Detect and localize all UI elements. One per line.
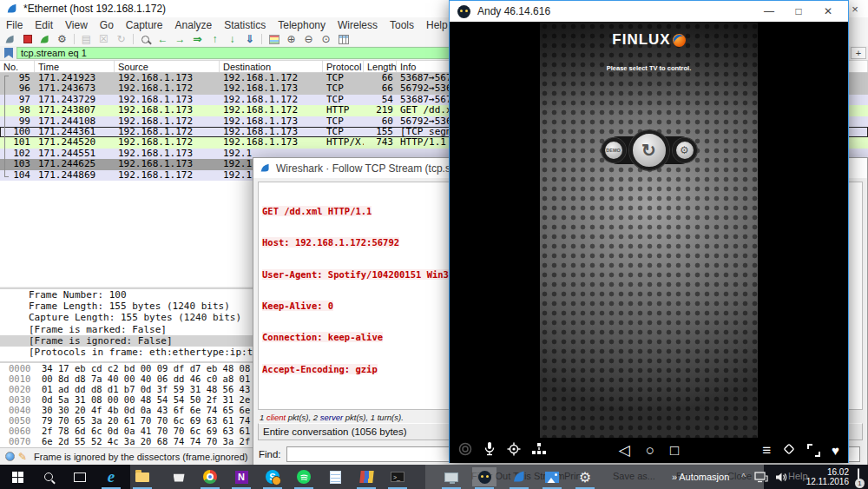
filter-add-button[interactable]: + [851, 47, 866, 59]
demo-button[interactable]: DEMO [602, 138, 626, 162]
folder-icon [135, 472, 149, 482]
taskbar-skype[interactable]: S [260, 467, 285, 486]
refresh-button[interactable]: ↻ [629, 130, 669, 170]
taskbar-terminal[interactable]: >_ [385, 467, 410, 486]
widgets-icon[interactable] [532, 443, 546, 459]
open-file-icon[interactable]: ▤ [78, 33, 95, 46]
taskbar-settings[interactable]: ⚙ [573, 467, 597, 486]
menu-file[interactable]: File [0, 19, 29, 31]
taskbar-spotify[interactable] [292, 467, 316, 486]
notification-badge: 1 [855, 479, 865, 488]
col-no[interactable]: No. [0, 61, 35, 72]
spotify-icon [297, 470, 311, 484]
close-icon[interactable]: ✕ [813, 1, 843, 22]
clock-time: 16.02 [827, 467, 849, 477]
filter-bookmark-icon[interactable] [4, 48, 13, 58]
rotate-icon[interactable] [782, 442, 796, 459]
autoscroll-icon[interactable]: ⇓ [241, 33, 258, 46]
menu-edit[interactable]: Edit [29, 19, 59, 31]
zoom-reset-icon[interactable]: ⊙ [318, 33, 334, 46]
col-time[interactable]: Time [35, 61, 115, 72]
wireshark-title: *Ethernet (host 192.168.1.172) [23, 3, 166, 15]
menu-statistics[interactable]: Statistics [218, 19, 272, 31]
restart-capture-icon[interactable] [36, 33, 53, 46]
expert-info-icon[interactable] [5, 452, 15, 461]
col-destination[interactable]: Destination [220, 61, 323, 72]
menu-telephony[interactable]: Telephony [272, 19, 332, 31]
colorize-icon[interactable] [266, 33, 282, 46]
menu-capture[interactable]: Capture [120, 19, 169, 31]
capture-options-icon[interactable]: ⚙ [54, 33, 70, 46]
library-icon [359, 471, 373, 483]
back-icon[interactable]: ◁ [619, 443, 630, 458]
go-forward-icon[interactable]: → [172, 33, 188, 46]
taskbar-display-app[interactable] [439, 467, 464, 486]
photos-icon [545, 472, 559, 483]
network-icon[interactable] [754, 472, 768, 483]
go-back-icon[interactable]: ← [155, 33, 171, 46]
home-icon[interactable]: ○ [646, 443, 654, 458]
wireshark-icon [260, 162, 271, 174]
start-button[interactable] [5, 467, 30, 486]
menu-tools[interactable]: Tools [384, 19, 420, 31]
toolbar-overflow-chevron[interactable]: » [672, 472, 677, 482]
zoom-out-icon[interactable]: ⊖ [300, 33, 317, 46]
automasjon-toolbar-label[interactable]: Automasjon [679, 472, 729, 482]
volume-icon[interactable] [775, 472, 788, 483]
taskbar-chrome[interactable] [198, 467, 222, 486]
col-protocol[interactable]: Protocol [323, 61, 364, 72]
wireshark-icon [6, 3, 18, 15]
finlux-logo: FINLUX [540, 31, 758, 49]
taskbar-notepad[interactable] [323, 467, 347, 486]
taskbar-wireshark[interactable] [507, 467, 531, 486]
go-to-packet-icon[interactable]: ⇒ [189, 33, 206, 46]
menu-analyze[interactable]: Analyze [169, 19, 219, 31]
taskbar-library[interactable] [354, 467, 378, 486]
screen-record-icon[interactable] [458, 442, 472, 459]
related-packets-line [4, 76, 9, 177]
go-bottom-icon[interactable]: ↓ [224, 33, 240, 46]
close-file-icon[interactable]: ☒ [95, 33, 112, 46]
andy-robot-icon [457, 5, 470, 18]
maximize-icon[interactable]: □ [784, 1, 813, 22]
microphone-icon[interactable] [483, 441, 496, 459]
tray-chevron-icon[interactable]: ^ [741, 472, 746, 482]
menu-icon[interactable]: ≡ [762, 443, 771, 458]
stop-capture-icon[interactable] [19, 33, 36, 46]
taskbar-clock[interactable]: 16.02 12.11.2016 [797, 467, 849, 486]
taskbar-andy[interactable] [472, 467, 496, 486]
start-capture-icon[interactable] [2, 33, 18, 46]
stream-stats: 1 client pkt(s), 2 server pkt(s), 1 turn… [260, 413, 404, 422]
find-label: Find: [259, 449, 281, 459]
fullscreen-icon[interactable] [807, 444, 820, 457]
action-center-button[interactable]: 1 [858, 469, 859, 485]
menu-wireless[interactable]: Wireless [332, 19, 384, 31]
favorite-icon[interactable]: ♥ [832, 444, 839, 457]
recents-icon[interactable]: □ [670, 443, 679, 458]
zoom-in-icon[interactable]: ⊕ [283, 33, 299, 46]
menu-view[interactable]: View [59, 19, 94, 31]
minimize-icon[interactable]: — [754, 1, 784, 22]
location-icon[interactable] [507, 442, 521, 459]
tv-connect-widget: DEMO ↻ ⚙ [602, 129, 697, 171]
menu-go[interactable]: Go [94, 19, 120, 31]
taskbar-edge[interactable]: e [99, 467, 123, 486]
taskbar-file-explorer[interactable] [130, 467, 155, 486]
capture-comment-icon[interactable]: ✎ [18, 451, 27, 463]
col-source[interactable]: Source [115, 61, 220, 72]
col-length[interactable]: Length [364, 61, 397, 72]
reload-icon[interactable]: ↻ [113, 33, 129, 46]
go-top-icon[interactable]: ↑ [207, 33, 223, 46]
taskbar-photos[interactable] [540, 467, 564, 486]
find-packet-icon[interactable] [137, 33, 154, 46]
screen: *Ethernet (host 192.168.1.172) × File Ed… [0, 0, 868, 489]
settings-button[interactable]: ⚙ [673, 138, 697, 162]
task-view-button[interactable] [68, 467, 92, 486]
dialog-button-save-as: Save as... [613, 471, 655, 481]
resize-columns-icon[interactable] [335, 33, 352, 46]
taskbar-store[interactable] [167, 467, 191, 486]
taskbar-onenote[interactable]: N [229, 467, 253, 486]
search-button[interactable] [36, 467, 61, 486]
windows-logo-icon [12, 472, 23, 483]
store-icon [174, 472, 185, 482]
